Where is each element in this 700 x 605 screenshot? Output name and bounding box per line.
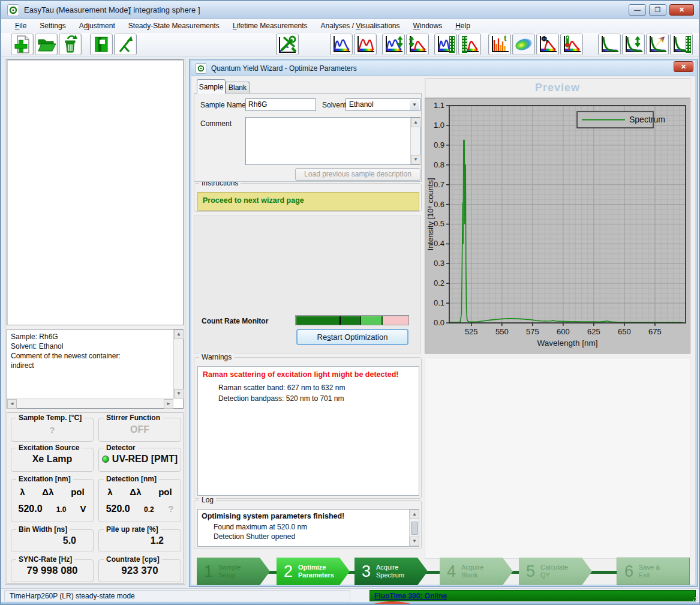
sync-rate-box: SYNC-Rate [Hz] 79 998 080 [11, 559, 94, 582]
time-trace-icon: t [489, 34, 510, 55]
tab-blank[interactable]: Blank [226, 82, 250, 94]
log-vscrollbar[interactable]: ▲ ▼ [409, 510, 419, 546]
detection-label: Detection [nm] [104, 475, 159, 483]
sample-name-input[interactable]: Rh6G [245, 98, 316, 111]
temperature-series-button[interactable] [560, 34, 583, 55]
delete-button[interactable] [59, 34, 82, 55]
decay-button[interactable] [598, 34, 621, 55]
quantum-yield-button[interactable]: ΦF [536, 34, 559, 55]
tab-sample[interactable]: Sample [197, 79, 226, 94]
scroll-up-button[interactable]: ▲ [411, 118, 420, 127]
comment-textarea[interactable]: ▲ ▼ [245, 117, 420, 165]
warning-line: Raman scatter band: 627 nm to 632 nm [218, 382, 345, 393]
scroll-right-button[interactable]: ► [164, 399, 173, 409]
instructions-text: Proceed to next wizard page [203, 196, 304, 205]
menu-settings[interactable]: Settings [33, 20, 72, 31]
emission-spectrum-button[interactable] [354, 34, 377, 55]
minimize-button[interactable]: — [629, 4, 646, 16]
restart-optimization-button[interactable]: Restart Optimization [296, 329, 408, 345]
warning-line: Detection bandpass: 520 nm to 701 nm [218, 393, 345, 404]
excitation-movie-button[interactable] [434, 34, 457, 55]
sample-changer-button[interactable] [90, 34, 113, 55]
decay-icon [599, 34, 620, 55]
tres-contour-button[interactable] [512, 34, 535, 55]
toolbar-group [90, 34, 137, 55]
sample-info-hscrollbar[interactable]: ◄ ► [7, 399, 173, 408]
status-online-indicator: FluoTime 300: Online [369, 590, 696, 601]
svg-text:625: 625 [587, 327, 600, 336]
decay-series-icon [623, 34, 644, 55]
scroll-down-button[interactable]: ▼ [174, 389, 184, 399]
resize-grip[interactable] [692, 595, 698, 601]
left-sidebar: Sample: Rh6GSolvent: EthanolComment of t… [5, 59, 185, 585]
measurement-settings-button[interactable] [276, 34, 299, 55]
wizard-title: Quantum Yield Wizard - Optimize Paramete… [211, 64, 357, 73]
wizard-steps: 1SampleSetup2OptimizeParameters3AcquireS… [190, 556, 698, 588]
easytau-window: EasyTau (Measurement Mode) [ integrating… [0, 0, 700, 605]
menu-steady-state-measurements[interactable]: Steady-State Measurements [122, 20, 226, 31]
maximize-button[interactable]: ❐ [649, 4, 666, 16]
decay-series-button[interactable] [622, 34, 645, 55]
scroll-thumb[interactable] [411, 522, 418, 535]
wizard-step-4-acquire-blank[interactable]: 4AcquireBlank [440, 558, 513, 585]
log-lines: Found maximum at 520.0 nmDetection Shutt… [214, 522, 307, 541]
sample-tab-panel: Sample Name Rh6G Solvent Ethanol ▼ Comme… [194, 93, 422, 182]
adjustment-button[interactable] [114, 34, 137, 55]
countrate-value: 923 370 [99, 565, 181, 577]
excitation-source-value: Xe Lamp [11, 454, 93, 465]
emission-series-button[interactable] [406, 34, 429, 55]
svg-text:Intensity [10⁶ counts]: Intensity [10⁶ counts] [426, 178, 435, 251]
open-file-button[interactable] [35, 34, 58, 55]
solvent-select[interactable]: Ethanol ▼ [346, 98, 420, 111]
time-trace-button[interactable]: t [488, 34, 511, 55]
sample-info-vscrollbar[interactable]: ▲ ▼ [173, 330, 183, 399]
wizard-step-6-save-exit[interactable]: 6Save &Exit [617, 558, 690, 585]
wizard-step-1-sample-setup[interactable]: 1SampleSetup [197, 558, 270, 585]
svg-text:575: 575 [526, 327, 539, 336]
menu-file[interactable]: File [8, 20, 33, 31]
new-file-button[interactable] [11, 34, 34, 55]
sample-temp-value: ? [11, 426, 93, 435]
chevron-down-icon[interactable]: ▼ [410, 100, 419, 110]
sample-info-line: Sample: Rh6G [11, 332, 171, 342]
count-rate-monitor-label: Count Rate Monitor [202, 317, 268, 325]
tres-decay-icon [647, 34, 668, 55]
menu-help[interactable]: Help [449, 20, 477, 31]
scroll-up-button[interactable]: ▲ [410, 510, 419, 519]
menu-analyses-visualisations[interactable]: Analyses / Visualisations [314, 20, 407, 31]
emission-spectrum-icon [355, 34, 375, 55]
scroll-down-button[interactable]: ▼ [411, 155, 420, 164]
comment-vscrollbar[interactable]: ▲ ▼ [410, 118, 420, 164]
wizard-step-5-calculate-qy[interactable]: 5CalculateQY [519, 558, 592, 585]
quantum-yield-icon: ΦF [537, 34, 558, 55]
scroll-left-button[interactable]: ◄ [7, 399, 17, 409]
close-button[interactable]: ✕ [669, 4, 694, 16]
tres-decay-button[interactable] [646, 34, 669, 55]
sample-info-panel: Sample: Rh6GSolvent: EthanolComment of t… [7, 329, 184, 409]
instructions-groupbox: Instructions Proceed to next wizard page [194, 183, 422, 212]
excitation-series-button[interactable] [382, 34, 405, 55]
detection-lambda-value: 520.0 [106, 504, 130, 514]
warnings-label: Warnings [199, 353, 234, 361]
menu-windows[interactable]: Windows [406, 20, 449, 31]
svg-text:0.3: 0.3 [434, 259, 444, 268]
toolbar-group [11, 34, 82, 55]
delete-icon [60, 34, 80, 55]
menu-adjustment[interactable]: Adjustment [73, 20, 122, 31]
title-bar: EasyTau (Measurement Mode) [ integrating… [1, 1, 699, 19]
sample-temp-box: Sample Temp. [°C] ? [11, 418, 94, 442]
emission-movie-button[interactable] [458, 34, 481, 55]
wizard-step-3-acquire-spectrum[interactable]: 3AcquireSpectrum [354, 558, 428, 585]
excitation-spectrum-button[interactable] [330, 34, 353, 55]
scroll-up-button[interactable]: ▲ [174, 330, 184, 339]
load-previous-sample-button[interactable]: Load previous sample description [295, 168, 420, 181]
pileup-box: Pile up rate [%] 1.2 [98, 529, 181, 552]
scroll-down-button[interactable]: ▼ [410, 537, 419, 546]
warnings-panel: Raman scattering of excitation light mig… [197, 366, 419, 496]
wizard-close-button[interactable]: ✕ [674, 61, 693, 72]
decay-movie-button[interactable] [670, 34, 693, 55]
wizard-step-2-optimize-parameters[interactable]: 2OptimizeParameters [277, 558, 350, 585]
menu-lifetime-measurements[interactable]: Lifetime Measurements [226, 20, 314, 31]
log-headline: Optimising system parameters finished! [202, 512, 344, 520]
document-list-panel [7, 59, 184, 325]
